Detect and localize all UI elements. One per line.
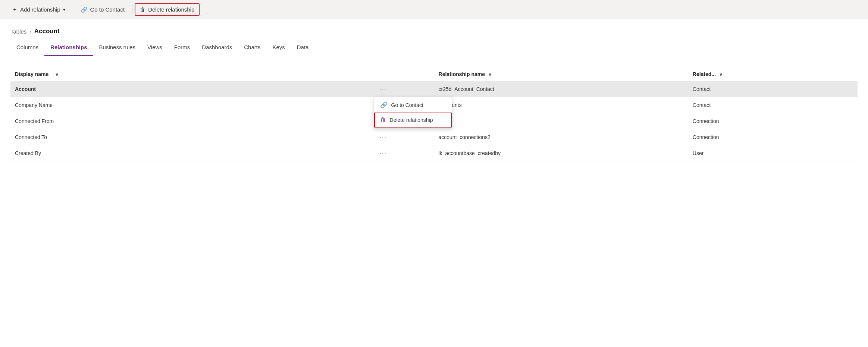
row-display-company: Company Name (10, 97, 332, 113)
breadcrumb-current: Account (34, 28, 60, 35)
table-row: Account ··· 🔗 Go to Contact 🗑 (10, 81, 858, 97)
tab-forms[interactable]: Forms (168, 40, 196, 56)
ellipsis-button-createdby[interactable]: ··· (377, 149, 389, 157)
plus-icon: ＋ (12, 6, 18, 13)
add-dropdown-icon: ▾ (63, 7, 65, 12)
context-goto-label: Go to Contact (391, 102, 423, 108)
context-menu-wrapper-account: ··· 🔗 Go to Contact 🗑 Delete relationshi… (377, 85, 389, 93)
link-menu-icon: 🔗 (380, 101, 388, 108)
tab-dashboards[interactable]: Dashboards (196, 40, 238, 56)
row-related-connfrom: Connection (688, 113, 858, 129)
row-dots-createdby: ··· (332, 145, 434, 161)
col-header-related[interactable]: Related... ∨ (688, 67, 858, 81)
row-display-account: Account (10, 81, 332, 97)
table-row: Created By ··· lk_accountbase_createdby … (10, 145, 858, 161)
tab-charts[interactable]: Charts (238, 40, 266, 56)
trash-menu-icon: 🗑 (380, 117, 386, 123)
row-related-account: Contact (688, 81, 858, 97)
row-relname-account: cr25d_Account_Contact (434, 81, 688, 97)
goto-contact-label: Go to Contact (90, 6, 125, 13)
toolbar: ＋ Add relationship ▾ 🔗 Go to Contact 🗑 D… (0, 0, 868, 19)
tabs-bar: Columns Relationships Business rules Vie… (0, 40, 868, 56)
tab-columns[interactable]: Columns (10, 40, 44, 56)
tab-views[interactable]: Views (141, 40, 168, 56)
row-relname-connfrom: …s1 (434, 113, 688, 129)
row-dots-connto: ··· (332, 129, 434, 145)
col-header-relname[interactable]: Relationship name ∨ (434, 67, 688, 81)
ellipsis-button-account[interactable]: ··· (377, 85, 389, 93)
tab-business-rules[interactable]: Business rules (93, 40, 142, 56)
context-delete-relationship[interactable]: 🗑 Delete relationship (374, 113, 452, 127)
trash-icon: 🗑 (140, 6, 145, 13)
main-content: Display name ↑ ∨ Relationship name ∨ Rel… (0, 56, 868, 161)
breadcrumb-tables-link[interactable]: Tables (10, 28, 26, 35)
ellipsis-button-connto[interactable]: ··· (377, 133, 389, 141)
link-icon: 🔗 (81, 6, 88, 13)
row-related-createdby: User (688, 145, 858, 161)
delete-relationship-label: Delete relationship (148, 6, 194, 13)
add-relationship-label: Add relationship (20, 6, 60, 13)
tab-relationships[interactable]: Relationships (44, 40, 93, 56)
row-related-connto: Connection (688, 129, 858, 145)
breadcrumb-separator: › (29, 29, 31, 34)
tab-data[interactable]: Data (291, 40, 315, 56)
add-relationship-button[interactable]: ＋ Add relationship ▾ (7, 3, 70, 16)
row-display-connfrom: Connected From (10, 113, 332, 129)
context-menu-account: 🔗 Go to Contact 🗑 Delete relationship (374, 97, 452, 128)
row-related-company: Contact (688, 97, 858, 113)
table-header-row: Display name ↑ ∨ Relationship name ∨ Rel… (10, 67, 858, 81)
sort-icons-relname[interactable]: ∨ (488, 72, 492, 77)
relationships-table: Display name ↑ ∨ Relationship name ∨ Rel… (10, 67, 858, 161)
context-delete-label: Delete relationship (390, 117, 433, 123)
row-display-createdby: Created By (10, 145, 332, 161)
col-header-dots (332, 67, 434, 81)
sort-icons-related[interactable]: ∨ (719, 72, 723, 77)
sort-icons-display[interactable]: ↑ ∨ (52, 72, 59, 77)
context-goto-contact[interactable]: 🔗 Go to Contact (374, 97, 452, 113)
toolbar-divider-2 (132, 5, 132, 14)
row-dots-account: ··· 🔗 Go to Contact 🗑 Delete relationshi… (332, 81, 434, 97)
row-display-connto: Connected To (10, 129, 332, 145)
delete-relationship-button[interactable]: 🗑 Delete relationship (135, 3, 200, 16)
col-header-display[interactable]: Display name ↑ ∨ (10, 67, 332, 81)
row-relname-company: …ccounts (434, 97, 688, 113)
toolbar-divider-1 (73, 5, 73, 14)
tab-keys[interactable]: Keys (266, 40, 291, 56)
row-relname-connto: account_connections2 (434, 129, 688, 145)
goto-contact-button[interactable]: 🔗 Go to Contact (75, 3, 130, 16)
table-row: Connected To ··· account_connections2 Co… (10, 129, 858, 145)
row-relname-createdby: lk_accountbase_createdby (434, 145, 688, 161)
breadcrumb: Tables › Account (0, 19, 868, 37)
